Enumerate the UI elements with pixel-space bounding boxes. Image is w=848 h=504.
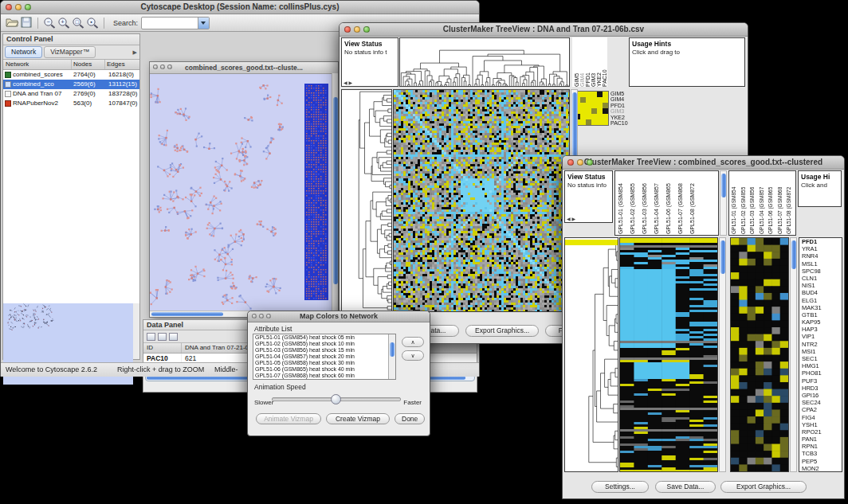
attribute-item[interactable]: GPL51-04 (GSM857) heat shock 20 min (253, 354, 395, 360)
zoom-out-icon[interactable]: − (42, 17, 57, 29)
gene-item[interactable]: NIS1 (802, 282, 842, 289)
minimize-icon[interactable] (15, 4, 22, 10)
row-dendrogram[interactable] (564, 237, 618, 472)
save-icon[interactable] (19, 17, 33, 29)
gene-item[interactable]: SPC98 (802, 268, 842, 275)
gene-item[interactable]: PAN1 (802, 436, 842, 443)
gene-item[interactable]: PUF3 (802, 377, 842, 385)
column-dendrogram[interactable] (399, 37, 570, 87)
minimize-icon[interactable] (577, 159, 583, 166)
gene-item[interactable]: MSL1 (802, 260, 842, 268)
gene-item[interactable]: RPO21 (802, 428, 842, 436)
gene-item[interactable]: PEP5 (802, 458, 842, 465)
array-column-label[interactable]: GPL51-04 (GSM857 (759, 174, 768, 234)
treeview-button[interactable]: Save Data... (655, 481, 716, 493)
stack-icon[interactable] (169, 333, 178, 341)
move-down-button[interactable]: ∨ (402, 350, 424, 361)
tab-network[interactable]: Network (5, 46, 42, 58)
search-combobox[interactable] (141, 17, 210, 29)
scroll-thumb[interactable] (151, 312, 223, 316)
open-folder-icon[interactable] (5, 17, 19, 29)
move-up-button[interactable]: ∧ (402, 337, 424, 347)
treeview-button[interactable]: Export Graphics... (465, 325, 539, 337)
correlation-matrix[interactable] (574, 91, 609, 126)
minimize-icon[interactable] (259, 314, 264, 318)
tab-overflow-icon[interactable]: ▶ (133, 49, 137, 56)
scroll-arrows-icon[interactable]: ◀▶ (567, 216, 577, 221)
grid-icon[interactable] (158, 333, 167, 341)
zoom-window-icon[interactable] (587, 159, 593, 166)
close-icon[interactable] (6, 4, 12, 10)
array-column-label[interactable]: GPL51-08 (GSM872 (786, 174, 795, 234)
column-labels-scrollbar[interactable] (720, 170, 727, 236)
zoom-window-icon[interactable] (363, 26, 370, 33)
animate-vizmap-button[interactable]: Animate Vizmap (256, 413, 321, 424)
gene-item[interactable]: YRA1 (802, 245, 842, 252)
array-column-label[interactable]: GPL51-02 (GSM855 (630, 174, 642, 234)
gene-item[interactable]: GPI16 (802, 392, 842, 399)
scroll-thumb[interactable] (721, 174, 726, 197)
treeview-button[interactable]: Settings... (591, 481, 649, 493)
array-column-label[interactable]: GPL51-06 (GSM865 (768, 174, 777, 234)
gene-item[interactable]: PHO81 (802, 369, 842, 377)
treeview-combined-titlebar[interactable]: ClusterMaker TreeView : combined_scores_… (563, 156, 844, 170)
gene-item[interactable]: ELG1 (802, 297, 842, 304)
close-icon[interactable] (153, 64, 158, 69)
slider-thumb[interactable] (331, 394, 341, 404)
zoom-window-icon[interactable] (266, 314, 271, 318)
gene-item[interactable]: NTR2 (802, 341, 842, 348)
gene-item[interactable]: SEC1 (802, 355, 842, 362)
gene-item[interactable]: SEC24 (802, 399, 842, 406)
network-row[interactable]: RNAPuberNov2563(0)107847(0) (3, 99, 139, 108)
attribute-list[interactable]: GPL51-01 (GSM854) heat shock 05 minGPL51… (253, 334, 396, 380)
gene-item[interactable]: HMG1 (802, 362, 842, 369)
tab-vizmapper[interactable]: VizMapper™ (44, 46, 96, 58)
gene-item[interactable]: HRD3 (802, 385, 842, 392)
secondary-vscrollbar[interactable] (790, 237, 797, 472)
attribute-item[interactable]: GPL51-02 (GSM855) heat shock 10 min (253, 341, 395, 347)
attribute-item[interactable]: GPL51-05 (GSM858) heat shock 30 min (253, 360, 395, 366)
gene-item[interactable]: TCB3 (802, 450, 842, 457)
gene-item[interactable]: RPN1 (802, 443, 842, 450)
scroll-thumb[interactable] (791, 240, 796, 269)
array-column-label[interactable]: GPL51-08 (GSM872 (689, 174, 701, 234)
scroll-thumb[interactable] (390, 342, 395, 357)
gene-item[interactable]: GTB1 (802, 311, 842, 318)
close-icon[interactable] (344, 26, 351, 33)
gene-item[interactable]: FIG4 (802, 414, 842, 421)
array-column-label[interactable]: GPL51-01 (GSM854 (731, 174, 740, 234)
gene-item[interactable]: MSI1 (802, 348, 842, 355)
array-column-label[interactable]: GPL51-06 (GSM865 (665, 174, 677, 234)
gene-item[interactable]: CLN1 (802, 275, 842, 282)
network-view-titlebar[interactable]: combined_scores_good.txt--cluste... (150, 62, 338, 74)
table-icon[interactable] (147, 333, 155, 341)
treeview-button[interactable]: Export Graphics... (720, 481, 807, 493)
zoom-fit-icon[interactable]: □ (71, 17, 85, 29)
gene-item[interactable]: KAP95 (802, 318, 842, 326)
gene-item[interactable]: PFD1 (802, 238, 842, 245)
heatmap-canvas[interactable] (393, 89, 570, 312)
gene-item[interactable]: RNR4 (802, 252, 842, 260)
gene-item[interactable]: CPA2 (802, 406, 842, 413)
scroll-thumb[interactable] (333, 97, 338, 284)
map-colors-titlebar[interactable]: Map Colors to Network (248, 311, 430, 322)
attribute-item[interactable]: GPL51-01 (GSM854) heat shock 05 min (253, 334, 395, 341)
scroll-thumb[interactable] (720, 240, 725, 274)
animation-speed-slider[interactable] (272, 394, 399, 402)
attribute-item[interactable]: GPL51-07 (GSM868) heat shock 60 min (253, 373, 395, 379)
array-column-label[interactable]: GPL51-07 (GSM868 (777, 174, 787, 234)
scroll-arrows-icon[interactable]: ◀▶ (344, 80, 354, 85)
gene-item[interactable]: HAP3 (802, 326, 842, 333)
gene-list[interactable]: PFD1YRA1RNR4MSL1SPC98CLN1NIS1BUD4ELG1MAK… (799, 237, 842, 472)
minimize-icon[interactable] (354, 26, 360, 33)
close-icon[interactable] (252, 314, 257, 318)
gene-item[interactable]: MON2 (802, 465, 842, 472)
array-column-label[interactable]: GPL51-03 (GSM856 (749, 174, 759, 234)
attribute-item[interactable]: GPL51-03 (GSM856) heat shock 15 min (253, 347, 395, 354)
network-row[interactable]: combined_sco2569(6)13112(15) (3, 80, 139, 89)
done-button[interactable]: Done (395, 413, 425, 424)
gene-item[interactable]: YSH1 (802, 421, 842, 428)
gene-item[interactable]: MAK31 (802, 304, 842, 311)
array-column-label[interactable]: GPL51-07 (GSM868 (677, 174, 689, 234)
minimize-icon[interactable] (160, 64, 165, 69)
